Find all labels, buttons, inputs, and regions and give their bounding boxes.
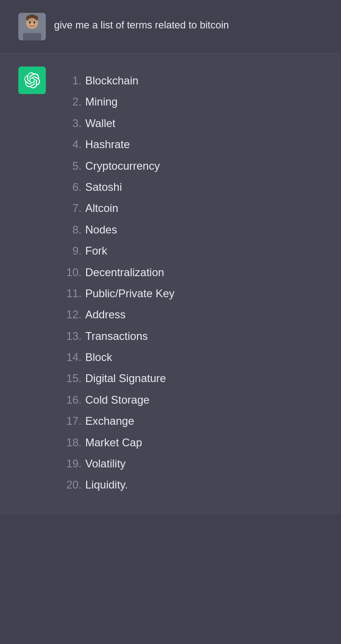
list-item: 4.Hashrate [54, 134, 323, 155]
item-number: 12. [54, 306, 85, 323]
item-number: 6. [54, 178, 85, 196]
user-message-text: give me a list of terms related to bitco… [54, 13, 229, 33]
list-item: 12.Address [54, 304, 323, 325]
item-term: Cryptocurrency [85, 157, 160, 175]
item-number: 16. [54, 391, 85, 409]
list-item: 17.Exchange [54, 411, 323, 432]
item-term: Digital Signature [85, 370, 166, 387]
item-number: 10. [54, 264, 85, 281]
item-term: Block [85, 349, 112, 366]
item-number: 8. [54, 221, 85, 239]
user-message-section: give me a list of terms related to bitco… [0, 0, 341, 54]
list-item: 1.Blockchain [54, 70, 323, 91]
user-avatar [18, 13, 46, 40]
list-item: 2.Mining [54, 91, 323, 112]
ai-response-content: 1.Blockchain2.Mining3.Wallet4.Hashrate5.… [54, 67, 323, 496]
item-term: Market Cap [85, 434, 142, 451]
item-term: Blockchain [85, 72, 138, 89]
item-number: 19. [54, 455, 85, 472]
list-item: 7.Altcoin [54, 198, 323, 219]
item-term: Public/Private Key [85, 285, 175, 302]
item-number: 18. [54, 434, 85, 451]
item-term: Altcoin [85, 200, 118, 217]
item-term: Satoshi [85, 178, 122, 196]
item-number: 15. [54, 370, 85, 387]
list-item: 20.Liquidity. [54, 474, 323, 495]
item-number: 5. [54, 157, 85, 175]
item-number: 14. [54, 349, 85, 366]
item-number: 4. [54, 136, 85, 153]
item-term: Hashrate [85, 136, 130, 153]
item-term: Mining [85, 93, 118, 111]
item-term: Liquidity. [85, 476, 128, 494]
list-item: 19.Volatility [54, 453, 323, 474]
item-number: 11. [54, 285, 85, 302]
item-number: 7. [54, 200, 85, 217]
ai-response-section: 1.Blockchain2.Mining3.Wallet4.Hashrate5.… [0, 54, 341, 514]
item-term: Address [85, 306, 126, 323]
svg-point-5 [29, 22, 31, 24]
item-number: 20. [54, 476, 85, 494]
item-number: 3. [54, 115, 85, 132]
ai-avatar [18, 67, 46, 94]
list-item: 8.Nodes [54, 219, 323, 240]
item-term: Volatility [85, 455, 126, 472]
item-number: 9. [54, 242, 85, 260]
item-number: 17. [54, 412, 85, 430]
list-item: 3.Wallet [54, 113, 323, 134]
svg-rect-3 [23, 33, 41, 40]
list-item: 15.Digital Signature [54, 368, 323, 389]
item-term: Nodes [85, 221, 117, 239]
list-item: 18.Market Cap [54, 432, 323, 453]
list-item: 13.Transactions [54, 326, 323, 347]
item-term: Wallet [85, 115, 116, 132]
item-number: 2. [54, 93, 85, 111]
item-number: 1. [54, 72, 85, 89]
list-item: 10.Decentralization [54, 262, 323, 283]
terms-list: 1.Blockchain2.Mining3.Wallet4.Hashrate5.… [54, 70, 323, 496]
item-term: Fork [85, 242, 107, 260]
list-item: 9.Fork [54, 240, 323, 261]
item-term: Cold Storage [85, 391, 149, 409]
list-item: 5.Cryptocurrency [54, 155, 323, 177]
list-item: 11.Public/Private Key [54, 283, 323, 304]
list-item: 14.Block [54, 347, 323, 368]
item-term: Exchange [85, 412, 134, 430]
item-term: Decentralization [85, 264, 164, 281]
item-term: Transactions [85, 328, 148, 345]
svg-point-6 [33, 22, 35, 24]
item-number: 13. [54, 328, 85, 345]
list-item: 6.Satoshi [54, 177, 323, 198]
list-item: 16.Cold Storage [54, 389, 323, 411]
